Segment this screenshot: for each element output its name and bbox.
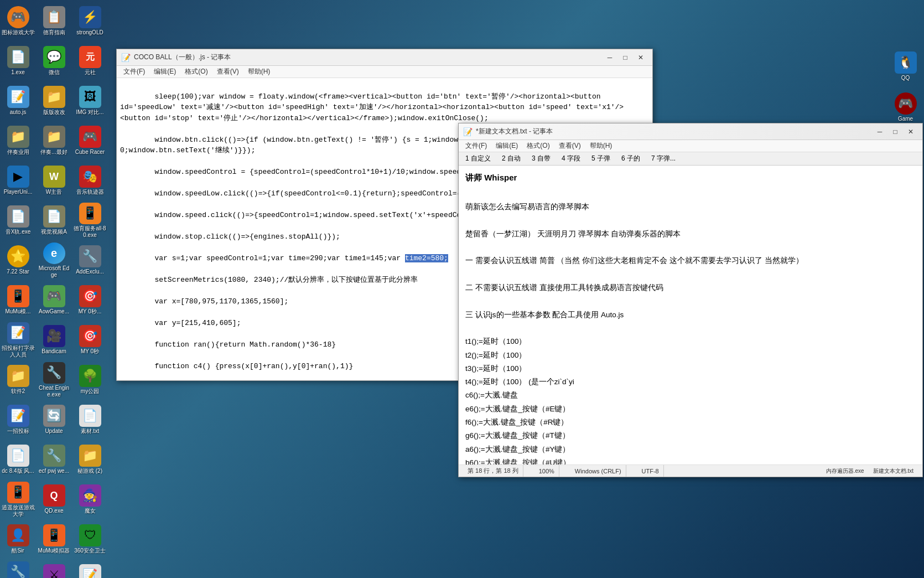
notepad2-t2: t2();=延时（100）	[465, 349, 916, 362]
desktop-icon-mumu2[interactable]: 📱 MuMu模...	[0, 280, 36, 320]
desktop-icon-bandicam[interactable]: 🎥 Bandicam	[36, 320, 72, 360]
desktop-icon-edge[interactable]: e Microsoft Edge	[36, 240, 72, 280]
notepad2-line4: 一 需要会认识五线谱 简普 （当然 你们这些大老粗肯定不会 这个就不需要去学习认…	[465, 254, 916, 267]
toolbar-num4[interactable]: 4 字段	[559, 153, 583, 164]
desktop-icon-qd[interactable]: Q QD.exe	[36, 479, 72, 519]
toolbar-num1[interactable]: 1 自定义	[463, 153, 493, 164]
desktop-icon-cheat[interactable]: 🔧 Cheat Engine.exe	[36, 360, 72, 400]
code-line-12: function c4() {press(x[0]+ran(),y[0]+ran…	[154, 362, 353, 370]
maximize-button[interactable]: □	[618, 52, 632, 63]
code-line-11: function ran(){return Math.random()*36-1…	[154, 340, 336, 349]
notepad2-menubar: 文件(F) 编辑(E) 格式(O) 查看(V) 帮助(H)	[459, 140, 922, 152]
desktop-icon-music1[interactable]: 📁 伴奏业用	[0, 121, 36, 161]
desktop-icon-update[interactable]: 🔄 Update	[36, 400, 72, 440]
desktop-icon-music2[interactable]: 📁 伴奏...最好	[36, 121, 72, 161]
notepad2-menu-file[interactable]: 文件(F)	[461, 140, 491, 152]
desktop-icon-img[interactable]: 🖼 IMG 对比...	[72, 81, 108, 121]
notepad2-statusbar: 第 18 行，第 18 列 100% Windows (CRLF) UTF-8 …	[459, 465, 922, 477]
toolbar-num6[interactable]: 6 子的	[619, 153, 642, 164]
notepad2-line6: 三 认识js的一些基本参数 配合工具使用 Auto.js	[465, 308, 916, 322]
desktop-icon-guide[interactable]: 📋 德育指南	[36, 1, 72, 41]
notepad2-icon: 📝	[463, 127, 473, 136]
desktop-icon-addexclu[interactable]: 🔧 AddExclu...	[72, 240, 108, 280]
notepad2-menu-edit[interactable]: 编辑(E)	[491, 140, 522, 152]
notepad2-a6: a6();=大溅.键盘_按键（#Y键）	[465, 443, 916, 456]
notepad2-close[interactable]: ✕	[904, 126, 918, 137]
desktop-icon-w[interactable]: W W主音	[36, 161, 72, 200]
desktop-icon-zaotoubiao[interactable]: 📝 一招投标	[0, 400, 36, 440]
notepad2-e6: e6();=大溅.键盘_按键（#E键）	[465, 402, 916, 416]
toolbar-num2[interactable]: 2 自动	[500, 153, 523, 164]
toolbar-num3[interactable]: 3 自带	[530, 153, 553, 164]
desktop-icon-miyouxi[interactable]: 📁 秘游戏 (2)	[72, 440, 108, 479]
toolbar-num7[interactable]: 7 字弹...	[649, 153, 678, 164]
notepad2-menu-view[interactable]: 查看(V)	[554, 140, 585, 152]
desktop-icon-dc[interactable]: 📄 dc 8.4版 风...	[0, 440, 36, 479]
code-line-5: window.speed.click(()=>{speedControl=1;w…	[154, 211, 504, 219]
desktop-icon-right2[interactable]: 🎮 Game	[887, 87, 923, 127]
status-right: 内存遍历器.exe 新建文本文档.txt	[675, 467, 918, 475]
notepad2-heading: 讲师 Whisper	[465, 170, 916, 185]
desktop-icon-wechat[interactable]: 💬 微信	[36, 41, 72, 81]
notepad2-menu-help[interactable]: 帮助(H)	[585, 140, 617, 152]
code-line-10: var y=[215,410,605];	[154, 319, 241, 327]
notepad2-titlebar[interactable]: 📝 *新建文本文档.txt - 记事本 ─ □ ✕	[459, 123, 922, 140]
menu-edit1[interactable]: 编辑(E)	[149, 66, 180, 78]
desktop-icon-yiqizhe[interactable]: 🎭 音乐轨迹器	[72, 161, 108, 200]
desktop-icon-ecf[interactable]: 🔧 ecf pwj we...	[36, 440, 72, 479]
desktop-icon-folder[interactable]: 📁 版版改改	[36, 81, 72, 121]
menu-help1[interactable]: 帮助(H)	[243, 66, 275, 78]
desktop-icon-mumu3[interactable]: 📱 MuMu模拟器	[36, 519, 72, 559]
desktop-icon-park[interactable]: 🌳 my公园	[72, 360, 108, 400]
toolbar-num5[interactable]: 5 子弹	[589, 153, 612, 164]
code-line-6: window.stop.click(()=>{engines.stopAll()…	[154, 233, 340, 241]
desktop-icon-xiaoyao[interactable]: 📱 逍遥放送游戏大学	[0, 479, 36, 519]
desktop-icon-qqright1[interactable]: 🐧 QQ	[887, 47, 923, 86]
desktop-icon-game[interactable]: 🎮 图标游戏大学	[0, 1, 36, 41]
desktop-icon-txt[interactable]: 📄 素材.txt	[72, 400, 108, 440]
notepad2-maximize[interactable]: □	[888, 126, 902, 137]
status-mem: 内存遍历器.exe	[826, 467, 864, 475]
desktop-icon-fagua[interactable]: 🔧 法语运营安装工具	[0, 559, 36, 578]
notepad-titlebar[interactable]: 📝 COCO BALL（一般）.js - 记事本 ─ □ ✕	[117, 49, 652, 66]
desktop-icon-my0[interactable]: 🎯 MY 0秒...	[72, 280, 108, 320]
code-line-1: sleep(100);var window = floaty.window(<f…	[120, 92, 624, 122]
notepad2-menu-format[interactable]: 格式(O)	[522, 140, 554, 152]
notepad2-editor[interactable]: 讲师 Whisper 萌新该怎么去编写易语言的弹琴脚本 楚留香（一梦江湖） 天涯…	[459, 166, 922, 465]
code-line-8: setScreenMetrics(1080, 2340);//默认分辨率，以下按…	[154, 276, 418, 284]
notepad2-t3: t3();=延时（100）	[465, 362, 916, 375]
menu-file1[interactable]: 文件(F)	[119, 66, 149, 78]
window-title-text: 📝 COCO BALL（一般）.js - 记事本	[121, 53, 231, 62]
code-line-9: var x=[780,975,1170,1365,1560];	[154, 297, 288, 306]
desktop-icon-dream[interactable]: ⚔ 梦幻内战	[36, 559, 72, 578]
close-button[interactable]: ✕	[634, 52, 648, 63]
desktop-icon-monu[interactable]: 🧙 魔女	[72, 479, 108, 519]
notepad2-f6: f6();=大溅.键盘_按键（#R键）	[465, 416, 916, 429]
desktop-icon-360[interactable]: 🛡 360安全卫士	[72, 519, 108, 559]
desktop-icon-aow[interactable]: 🎮 AowGame...	[36, 280, 72, 320]
desktop-icon-cube[interactable]: 🎮 Cube Racer	[72, 121, 108, 161]
minimize-button[interactable]: ─	[603, 52, 617, 63]
notepad2-g6: g6();=大溅.键盘_按键（#T键）	[465, 429, 916, 442]
desktop-icon-7star[interactable]: ⭐ 7.22 Star	[0, 240, 36, 280]
notepad2-t4: t4();=延时（100） (是一个zi`d`yi	[465, 375, 916, 389]
desktop-icon-texe[interactable]: 📄 1.exe	[0, 41, 36, 81]
desktop-icon-folder2[interactable]: 📁 软件2	[0, 360, 36, 400]
highlighted-time2: time2=580;	[405, 254, 448, 262]
notepad-icon: 📝	[121, 53, 131, 62]
desktop-icon-type[interactable]: 📝 招投标打字录入人员	[0, 320, 36, 360]
menu-view1[interactable]: 查看(V)	[212, 66, 243, 78]
desktop-icon-audio2[interactable]: 📄 音X轨.exe	[0, 200, 36, 240]
desktop-icon-video[interactable]: 📄 视觉视频A	[36, 200, 72, 240]
desktop-icon-strong[interactable]: ⚡ strongOLD	[72, 1, 108, 41]
desktop-icon-yuanshe[interactable]: 元 元社	[72, 41, 108, 81]
notepad2-b6: b6();=大溅.键盘_按键（#U键）	[465, 456, 916, 465]
notepad2-minimize[interactable]: ─	[873, 126, 887, 137]
desktop-icon-my02[interactable]: 🎯 MY 0秒	[72, 320, 108, 360]
desktop-icon-autojs[interactable]: 📝 auto.js	[0, 81, 36, 121]
desktop-icon-kusi[interactable]: 👤 酷Sir	[0, 519, 36, 559]
desktop-icon-mumusim[interactable]: 📱 德育服务all·80.exe	[72, 200, 108, 240]
desktop-icon-note[interactable]: 📝 笔记	[72, 559, 108, 578]
menu-format1[interactable]: 格式(O)	[180, 66, 212, 78]
desktop-icon-player[interactable]: ▶ PlayerUni...	[0, 161, 36, 200]
